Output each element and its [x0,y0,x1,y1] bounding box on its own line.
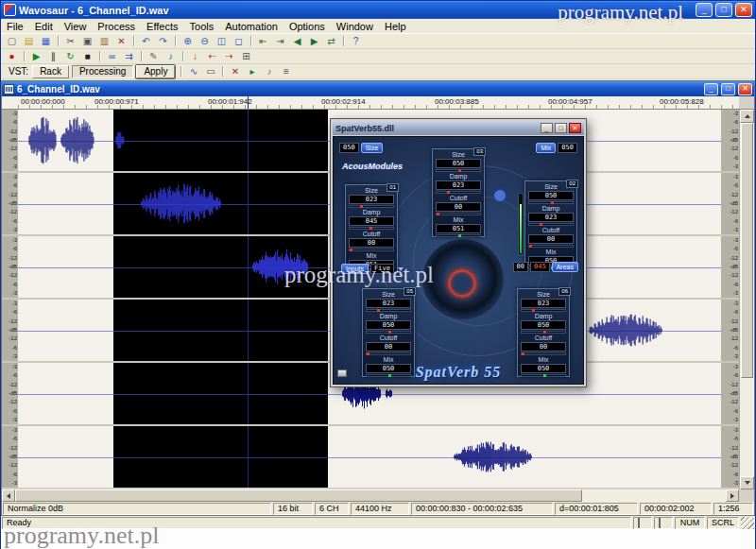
document-close-button[interactable]: ✕ [738,83,752,95]
param-slider-cutoff[interactable] [521,352,566,355]
param-value-size[interactable]: 023 [366,299,411,308]
scroll-down-button[interactable] [740,476,754,489]
open-file-button[interactable]: ▤ [21,35,37,48]
vst-close-button[interactable]: ✕ [569,123,581,133]
param-slider-cutoff[interactable] [528,245,574,248]
document-restore-button[interactable]: □ [721,83,735,95]
menu-effects[interactable]: Effects [141,20,183,33]
scroll-up-button[interactable] [740,110,754,123]
param-slider-damp[interactable] [528,223,574,226]
delete-button[interactable]: ✕ [113,35,129,48]
menu-process[interactable]: Process [92,20,141,33]
autoscroll-button[interactable]: ⇉ [121,50,137,63]
mute-channel-button[interactable]: ♪ [163,50,179,63]
menu-window[interactable]: Window [331,20,379,33]
save-button[interactable]: ▦ [38,35,54,48]
vertical-scroll-thumb[interactable] [741,123,753,378]
areas-label[interactable]: Areas [552,262,578,272]
source-position-ring[interactable] [448,269,476,298]
select-right-button[interactable]: ▶ [306,35,322,48]
param-slider-size[interactable] [366,309,411,312]
param-value-damp[interactable]: 023 [436,180,481,190]
master-mix-label[interactable]: Mix [536,143,556,153]
pencil-tool-button[interactable]: ✎ [146,50,162,63]
vst-maximize-button[interactable]: □ [555,123,567,133]
zoom-out-button[interactable]: ⊖ [197,35,213,48]
goto-start-button[interactable]: ⇤ [255,35,271,48]
param-value-size[interactable]: 050 [436,159,481,168]
waveform-view-button[interactable]: ∿ [185,65,201,78]
play-loop-button[interactable]: ↻ [62,50,78,63]
param-slider-size[interactable] [528,201,574,204]
menu-file[interactable]: File [1,20,29,33]
insert-marker-button[interactable]: ↓ [187,50,203,63]
param-slider-damp[interactable] [349,227,394,230]
param-value-size[interactable]: 023 [349,195,394,204]
zoom-selection-button[interactable]: ◫ [214,35,230,48]
plugin-play-button[interactable]: ▸ [244,65,260,78]
menu-automation[interactable]: Automation [219,20,284,33]
param-value-size[interactable]: 023 [521,299,566,308]
vertical-scrollbar[interactable] [739,110,754,489]
horizontal-scroll-thumb[interactable] [15,489,582,502]
paste-button[interactable]: ▥ [96,35,112,48]
minimize-button[interactable]: _ [696,3,713,17]
redo-button[interactable]: ↷ [155,35,171,48]
stop-button[interactable]: ■ [79,50,95,63]
param-slider-damp[interactable] [521,331,566,334]
waveform-display-6[interactable] [18,426,721,488]
vst-processing-button[interactable]: Processing [72,65,133,78]
vst-rack-button[interactable]: Rack [32,65,69,78]
master-size-value[interactable]: 050 [339,143,359,153]
param-value-cutoff[interactable]: 00 [528,234,574,244]
param-slider-damp[interactable] [436,191,481,194]
copy-button[interactable]: ▣ [79,35,95,48]
reverb-field-graphic[interactable] [422,239,504,320]
param-value-cutoff[interactable]: 00 [366,342,411,352]
scroll-right-button[interactable] [726,489,739,502]
menu-edit[interactable]: Edit [29,20,59,33]
plugin-list-button[interactable]: ≡ [278,65,294,78]
loop-toggle-button[interactable]: ∞ [104,50,120,63]
areas-value-2[interactable]: 045 [530,262,550,272]
swap-selection-button[interactable]: ⇄ [323,35,339,48]
param-slider-size[interactable] [521,309,566,312]
param-slider-damp[interactable] [366,331,411,334]
param-slider-size[interactable] [349,205,394,208]
time-ruler[interactable]: 00:00:00:00000:00:00:97100:00:01:94200:0… [2,96,739,110]
document-title-bar[interactable]: 6_Channel_ID.wav _ □ ✕ [2,81,754,96]
inputs-value-dropdown[interactable]: Five [370,264,394,274]
new-file-button[interactable]: ▢ [4,35,20,48]
param-value-damp[interactable]: 050 [521,320,566,330]
play-button[interactable]: ▶ [28,50,44,63]
vst-minimize-button[interactable]: _ [541,123,553,133]
snap-grid-button[interactable]: ⊞ [238,50,254,63]
next-marker-button[interactable]: ⇢ [221,50,237,63]
vst-editor-button[interactable]: ▭ [202,65,218,78]
menu-help[interactable]: Help [379,20,412,33]
pause-button[interactable]: ∥ [45,50,61,63]
param-slider-size[interactable] [436,169,481,172]
param-value-mix[interactable]: 051 [436,224,481,233]
plugin-midi-button[interactable]: ♪ [261,65,277,78]
maximize-button[interactable]: □ [715,3,732,17]
resize-grip[interactable] [741,517,754,529]
param-slider-cutoff[interactable] [349,249,394,251]
param-value-damp[interactable]: 045 [349,216,394,226]
dropdown-arrow-icon[interactable] [398,267,404,271]
vst-apply-button[interactable]: Apply [136,65,175,78]
param-slider-cutoff[interactable] [366,352,411,355]
cut-button[interactable]: ✂ [62,35,78,48]
vst-options-button[interactable] [337,369,347,377]
help-button[interactable]: ? [348,35,364,48]
areas-value-1[interactable]: 00 [513,262,528,272]
scroll-left-button[interactable] [2,489,15,502]
undo-button[interactable]: ↶ [138,35,154,48]
menu-tools[interactable]: Tools [184,20,220,33]
zoom-all-button[interactable]: ◻ [231,35,247,48]
param-value-damp[interactable]: 050 [366,320,411,330]
zoom-in-button[interactable]: ⊕ [180,35,196,48]
document-minimize-button[interactable]: _ [704,83,718,95]
previous-marker-button[interactable]: ⇠ [204,50,220,63]
master-size-label[interactable]: Size [361,143,384,153]
